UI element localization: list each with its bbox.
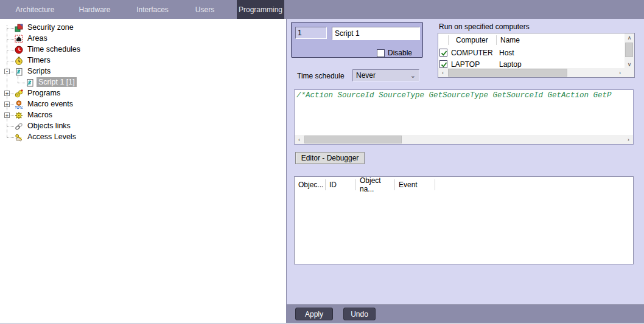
hscroll-thumb[interactable] bbox=[448, 69, 567, 77]
tree-item-label-access-levels[interactable]: Access Levels bbox=[26, 132, 78, 142]
script-code-text: /*Action SourceId SourceType GetSourceTy… bbox=[296, 91, 634, 100]
undo-button[interactable]: Undo bbox=[343, 308, 376, 320]
vscroll-thumb[interactable] bbox=[625, 43, 633, 57]
computer-row-computer[interactable]: COMPUTERHost bbox=[438, 47, 625, 58]
security-zone-icon bbox=[15, 24, 23, 32]
tree-connector-stub bbox=[7, 137, 14, 138]
tab-architecture[interactable]: Architecture bbox=[6, 0, 64, 19]
time-schedules-icon bbox=[15, 46, 23, 54]
macros-icon bbox=[15, 111, 23, 120]
objects-links-icon bbox=[15, 122, 23, 131]
tree-connector-stub bbox=[7, 28, 14, 29]
time-schedule-label: Time schedule bbox=[297, 72, 345, 80]
expand-icon-macros[interactable]: + bbox=[4, 112, 10, 118]
script-code-editor[interactable]: /*Action SourceId SourceType GetSourceTy… bbox=[294, 89, 634, 145]
tree-connector-stub bbox=[18, 83, 25, 83]
computers-hscrollbar[interactable]: ‹› bbox=[438, 68, 625, 77]
editor-debugger-button[interactable]: Editor - Debugger bbox=[295, 152, 365, 164]
tree-connector-stub bbox=[7, 39, 14, 40]
tree-item-label-objects-links[interactable]: Objects links bbox=[26, 121, 72, 131]
script-identity-group: Disable bbox=[291, 22, 423, 58]
scroll-up-icon[interactable]: ∧ bbox=[625, 33, 634, 42]
computers-column-header-computer[interactable]: Computer bbox=[449, 35, 497, 45]
tab-hardware[interactable]: Hardware bbox=[66, 0, 124, 19]
tree-panel: Security zoneAreasTime schedulesTimers-S… bbox=[0, 19, 286, 324]
tree-item-label-scripts[interactable]: Scripts bbox=[26, 66, 52, 76]
chevron-down-icon: ⌄ bbox=[410, 72, 416, 80]
tree-connector-stub bbox=[7, 126, 14, 127]
tree-connector-stub bbox=[7, 61, 14, 61]
timers-icon bbox=[15, 57, 23, 65]
tree-item-label-programs[interactable]: Programs bbox=[26, 88, 62, 98]
time-schedule-dropdown[interactable]: Never ⌄ bbox=[352, 69, 419, 81]
tree-item-label-time-schedules[interactable]: Time schedules bbox=[26, 44, 82, 54]
tree-item-label-areas[interactable]: Areas bbox=[26, 33, 49, 43]
events-column-header-objec[interactable]: Objec... bbox=[295, 179, 326, 190]
computers-vscrollbar[interactable]: ∧∨ bbox=[625, 33, 634, 78]
disable-checkbox[interactable] bbox=[377, 49, 385, 57]
tree-item-label-macros[interactable]: Macros bbox=[26, 110, 54, 120]
script-name-field[interactable] bbox=[332, 27, 420, 40]
computers-table: ComputerNameCOMPUTERHostLAPTOPLaptop∧∨‹› bbox=[438, 33, 635, 78]
events-table-header: Objec...IDObject na...Event bbox=[295, 177, 633, 193]
disable-checkbox-row: Disable bbox=[377, 49, 412, 57]
computer-checkbox-laptop[interactable] bbox=[439, 60, 447, 68]
disable-label: Disable bbox=[388, 49, 412, 57]
expand-icon-programs[interactable]: + bbox=[4, 91, 10, 96]
events-column-header-id[interactable]: ID bbox=[326, 179, 356, 190]
code-editor-hscrollbar[interactable]: ‹ › bbox=[295, 135, 633, 144]
scroll-down-icon[interactable]: ∨ bbox=[625, 60, 634, 69]
tab-interfaces[interactable]: Interfaces bbox=[124, 0, 181, 19]
scroll-right-icon[interactable]: › bbox=[615, 68, 625, 77]
tree-connector-stub bbox=[7, 50, 14, 50]
computers-table-header: ComputerName bbox=[438, 33, 625, 47]
tree-connector-line bbox=[7, 25, 7, 138]
computers-column-header-name[interactable]: Name bbox=[497, 35, 625, 45]
scroll-left-icon[interactable]: ‹ bbox=[295, 135, 304, 144]
computer-name-cell: Laptop bbox=[497, 60, 625, 69]
tab-programming[interactable]: Programming bbox=[237, 0, 284, 19]
script-icon bbox=[26, 78, 34, 87]
hscroll-thumb[interactable] bbox=[304, 136, 402, 143]
bottom-action-bar: Apply Undo bbox=[287, 304, 644, 323]
tab-users[interactable]: Users bbox=[181, 0, 228, 19]
scripts-icon bbox=[15, 67, 23, 76]
events-column-header-object-na[interactable]: Object na... bbox=[356, 179, 395, 190]
computers-checkbox-column-header bbox=[438, 35, 449, 45]
top-navbar: ArchitectureHardwareInterfacesUsersProgr… bbox=[0, 0, 644, 19]
expand-icon-macro-events[interactable]: + bbox=[4, 102, 10, 107]
programs-icon bbox=[15, 89, 23, 98]
tree-item-label-timers[interactable]: Timers bbox=[26, 55, 52, 65]
computer-cell: LAPTOP bbox=[449, 60, 497, 69]
application-window: ArchitectureHardwareInterfacesUsersProgr… bbox=[0, 0, 644, 324]
time-schedule-value: Never bbox=[356, 71, 376, 80]
script-id-field[interactable] bbox=[295, 27, 327, 39]
scroll-right-icon[interactable]: › bbox=[624, 135, 633, 144]
computer-checkbox-computer[interactable] bbox=[439, 49, 447, 57]
computer-name-cell: Host bbox=[497, 49, 625, 57]
events-column-header-event[interactable]: Event bbox=[395, 179, 435, 190]
tree-item-label-security-zone[interactable]: Security zone bbox=[26, 22, 75, 32]
events-table: Objec...IDObject na...Event bbox=[294, 176, 634, 264]
computer-cell: COMPUTER bbox=[449, 49, 497, 57]
access-levels-icon bbox=[15, 133, 23, 142]
areas-icon bbox=[15, 35, 23, 43]
scroll-left-icon[interactable]: ‹ bbox=[438, 68, 447, 77]
tree-item-label-script-1-1[interactable]: Script 1 [1] bbox=[37, 77, 77, 87]
apply-button[interactable]: Apply bbox=[295, 308, 333, 320]
programming-panel: Disable Run on specified computers Compu… bbox=[286, 19, 644, 324]
computers-group-title: Run on specified computers bbox=[439, 22, 530, 31]
macro-events-icon bbox=[15, 100, 23, 109]
tree-item-label-macro-events[interactable]: Macro events bbox=[26, 99, 75, 109]
collapse-icon-scripts[interactable]: - bbox=[4, 69, 10, 74]
